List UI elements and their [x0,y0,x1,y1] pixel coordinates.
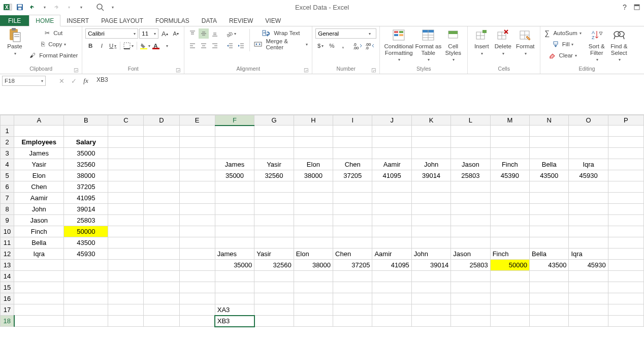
paste-button[interactable]: Paste [3,28,26,56]
cell-J18[interactable] [372,316,411,327]
cell-E5[interactable] [179,170,215,181]
cell-P10[interactable] [608,226,643,237]
cell-E16[interactable] [179,293,215,304]
row-header-11[interactable]: 11 [1,237,14,249]
cell-J8[interactable] [372,204,411,215]
cell-H8[interactable] [294,204,333,215]
cell-K13[interactable]: 39014 [411,260,450,271]
paste-dropdown[interactable] [13,50,16,56]
cell-D14[interactable] [144,271,179,282]
cell-J12[interactable]: Aamir [372,249,411,260]
cell-O2[interactable] [569,137,608,148]
cell-J10[interactable] [372,226,411,237]
row-header-17[interactable]: 17 [1,304,14,316]
cell-G3[interactable] [254,148,294,159]
worksheet-grid[interactable]: ABCDEFGHIJKLMNOP12EmployeesSalary3James3… [0,115,644,327]
cell-F4[interactable]: James [215,159,254,170]
cell-O6[interactable] [569,181,608,193]
cell-H3[interactable] [294,148,333,159]
cell-M18[interactable] [490,316,529,327]
find-dropdown[interactable] [618,56,621,63]
cell-P12[interactable] [608,249,643,260]
cell-N4[interactable]: Bella [530,159,569,170]
cell-N13[interactable]: 43500 [530,260,569,271]
cell-E1[interactable] [179,126,215,137]
row-header-6[interactable]: 6 [1,181,14,193]
format-as-table-button[interactable]: Format as Table [414,28,442,63]
chevron-down-icon[interactable]: ▾ [152,32,158,36]
cell-N10[interactable] [530,226,569,237]
column-header-E[interactable]: E [179,115,215,126]
cell-D16[interactable] [144,293,179,304]
font-dialog-launcher[interactable]: ◲ [175,67,181,73]
fill-color-icon[interactable] [139,41,151,51]
column-header-P[interactable]: P [608,115,643,126]
percent-format-icon[interactable]: % [327,41,337,51]
cell-P7[interactable] [608,193,643,204]
cell-N8[interactable] [530,204,569,215]
cell-G12[interactable]: Yasir [254,249,294,260]
cell-O3[interactable] [569,148,608,159]
cell-M3[interactable] [490,148,529,159]
orientation-icon[interactable]: ab [225,28,237,39]
row-header-12[interactable]: 12 [1,249,14,260]
cell-M1[interactable] [490,126,529,137]
excel-app-icon[interactable]: X [2,2,13,13]
cell-H15[interactable] [294,282,333,293]
decrease-decimal-icon[interactable]: .00.0 [364,41,375,51]
cell-I4[interactable]: Chen [333,159,372,170]
cell-G6[interactable] [254,181,294,193]
cell-D15[interactable] [144,282,179,293]
cell-P1[interactable] [608,126,643,137]
cell-A10[interactable]: Finch [14,226,64,237]
cell-H12[interactable]: Elon [294,249,333,260]
chevron-down-icon[interactable]: ▾ [132,32,138,36]
cf-dropdown[interactable] [397,56,400,63]
cell-G14[interactable] [254,271,294,282]
font-size-input[interactable] [140,29,152,38]
cell-I6[interactable] [333,181,372,193]
cell-D13[interactable] [144,260,179,271]
insert-function-icon[interactable]: fx [80,76,91,86]
cell-F15[interactable] [215,282,254,293]
cell-B10[interactable]: 50000 [64,226,108,237]
cell-G5[interactable]: 32560 [254,170,294,181]
cell-C12[interactable] [108,249,144,260]
comma-format-icon[interactable]: , [338,41,348,51]
font-size-select[interactable]: ▾ [139,28,158,39]
cell-A4[interactable]: Yasir [14,159,64,170]
number-format-input[interactable] [316,29,367,38]
cell-F1[interactable] [215,126,254,137]
cell-K18[interactable] [411,316,450,327]
cell-K8[interactable] [411,204,450,215]
cell-H11[interactable] [294,237,333,249]
cell-N2[interactable] [530,137,569,148]
enter-formula-icon[interactable]: ✓ [68,76,79,86]
cell-D17[interactable] [144,304,179,316]
cell-K2[interactable] [411,137,450,148]
cell-N1[interactable] [530,126,569,137]
cell-K3[interactable] [411,148,450,159]
cell-O7[interactable] [569,193,608,204]
column-header-C[interactable]: C [108,115,144,126]
cell-A8[interactable]: John [14,204,64,215]
cell-C10[interactable] [108,226,144,237]
align-bottom-icon[interactable] [210,28,220,39]
cell-L15[interactable] [451,282,490,293]
cell-N17[interactable] [530,304,569,316]
cell-F8[interactable] [215,204,254,215]
cell-A13[interactable] [14,260,64,271]
row-header-5[interactable]: 5 [1,170,14,181]
cell-L11[interactable] [451,237,490,249]
cell-B8[interactable]: 39014 [64,204,108,215]
cell-N6[interactable] [530,181,569,193]
cell-I9[interactable] [333,215,372,226]
align-top-icon[interactable] [187,28,198,39]
copy-button[interactable]: ⎘ Copy [28,39,79,49]
cell-C3[interactable] [108,148,144,159]
cell-O12[interactable]: Iqra [569,249,608,260]
cell-J13[interactable]: 41095 [372,260,411,271]
cell-K14[interactable] [411,271,450,282]
cell-D18[interactable] [144,316,179,327]
cell-K1[interactable] [411,126,450,137]
